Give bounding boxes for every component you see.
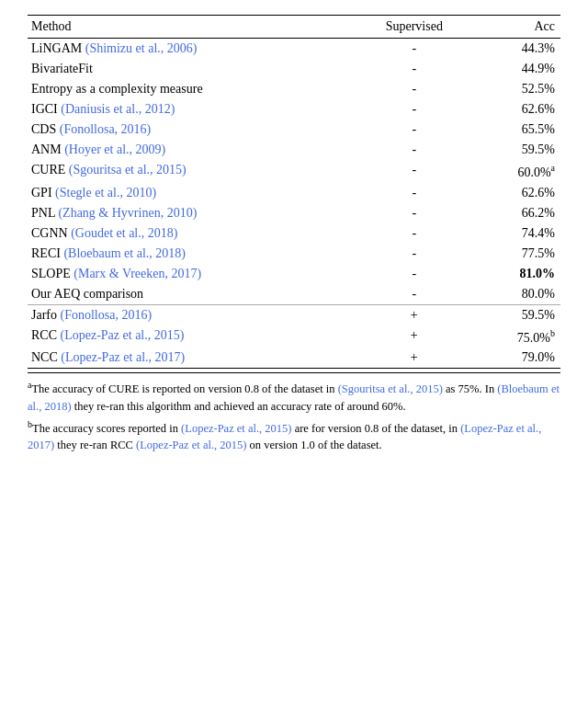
method-cell: LiNGAM (Shimizu et al., 2006) <box>28 39 355 60</box>
table-row: GPI (Stegle et al., 2010)-62.6% <box>28 183 560 203</box>
supervised-cell: - <box>355 59 475 79</box>
method-name: PNL <box>31 206 55 220</box>
acc-cell: 60.0%a <box>475 160 560 183</box>
method-name: CURE <box>31 163 65 177</box>
supervised-cell: - <box>355 79 475 99</box>
supervised-cell: + <box>355 325 475 348</box>
method-name: GPI <box>31 186 52 200</box>
supervised-cell: - <box>355 203 475 223</box>
method-ref: (Shimizu et al., 2006) <box>82 41 197 55</box>
results-table: Method Supervised Acc LiNGAM (Shimizu et… <box>28 15 560 369</box>
col-method: Method <box>28 16 355 39</box>
footnote: bThe accuracy scores reported in (Lopez-… <box>28 418 560 453</box>
method-ref: (Marx & Vreeken, 2017) <box>71 267 201 280</box>
table-header-row: Method Supervised Acc <box>28 16 560 39</box>
supervised-cell: - <box>355 160 475 183</box>
acc-cell: 44.3% <box>475 39 560 60</box>
footnote-link: (Lopez-Paz et al., 2015) <box>136 439 246 451</box>
method-name: Jarfo <box>31 308 57 322</box>
table-row: ANM (Hoyer et al., 2009)-59.5% <box>28 140 560 160</box>
table-row: Our AEQ comparison-80.0% <box>28 284 560 305</box>
col-acc: Acc <box>475 16 560 39</box>
method-ref: (Fonollosa, 2016) <box>57 308 152 322</box>
col-supervised: Supervised <box>355 16 475 39</box>
footnotes-section: aThe accuracy of CURE is reported on ver… <box>28 372 560 453</box>
supervised-cell: - <box>355 223 475 244</box>
method-cell: CURE (Sgouritsa et al., 2015) <box>28 160 355 183</box>
acc-cell: 59.5% <box>475 140 560 160</box>
method-cell: PNL (Zhang & Hyvrinen, 2010) <box>28 203 355 223</box>
table-row: CGNN (Goudet et al., 2018)-74.4% <box>28 223 560 244</box>
method-ref: (Sgouritsa et al., 2015) <box>65 163 186 177</box>
acc-cell: 52.5% <box>475 79 560 99</box>
method-name: RCC <box>31 328 57 342</box>
table-row: RCC (Lopez-Paz et al., 2015)+75.0%b <box>28 325 560 348</box>
acc-cell: 66.2% <box>475 203 560 223</box>
supervised-cell: - <box>355 264 475 284</box>
method-ref: (Lopez-Paz et al., 2015) <box>57 328 184 342</box>
method-cell: Entropy as a complexity measure <box>28 79 355 99</box>
acc-cell: 75.0%b <box>475 325 560 348</box>
supervised-cell: - <box>355 284 475 305</box>
method-name: ANM <box>31 143 62 156</box>
method-ref: (Fonollosa, 2016) <box>56 122 151 136</box>
method-cell: ANM (Hoyer et al., 2009) <box>28 140 355 160</box>
method-cell: RCC (Lopez-Paz et al., 2015) <box>28 325 355 348</box>
method-name: Our AEQ comparison <box>31 287 143 301</box>
method-name: CGNN <box>31 226 68 240</box>
acc-cell: 81.0% <box>475 264 560 284</box>
acc-cell: 62.6% <box>475 99 560 120</box>
acc-cell: 59.5% <box>475 304 560 325</box>
acc-cell: 65.5% <box>475 120 560 140</box>
acc-cell: 44.9% <box>475 59 560 79</box>
supervised-cell: + <box>355 304 475 325</box>
supervised-cell: - <box>355 183 475 203</box>
table-row: PNL (Zhang & Hyvrinen, 2010)-66.2% <box>28 203 560 223</box>
method-name: CDS <box>31 122 56 136</box>
table-row: Jarfo (Fonollosa, 2016)+59.5% <box>28 304 560 325</box>
table-row: BivariateFit-44.9% <box>28 59 560 79</box>
table-row: SLOPE (Marx & Vreeken, 2017)-81.0% <box>28 264 560 284</box>
method-cell: SLOPE (Marx & Vreeken, 2017) <box>28 264 355 284</box>
acc-cell: 79.0% <box>475 348 560 369</box>
method-name: BivariateFit <box>31 62 93 75</box>
table-row: NCC (Lopez-Paz et al., 2017)+79.0% <box>28 348 560 369</box>
method-name: NCC <box>31 350 58 364</box>
method-cell: BivariateFit <box>28 59 355 79</box>
supervised-cell: - <box>355 140 475 160</box>
method-name: Entropy as a complexity measure <box>31 82 203 96</box>
table-row: CURE (Sgouritsa et al., 2015)-60.0%a <box>28 160 560 183</box>
table-row: Entropy as a complexity measure-52.5% <box>28 79 560 99</box>
supervised-cell: + <box>355 348 475 369</box>
table-row: RECI (Bloebaum et al., 2018)-77.5% <box>28 244 560 264</box>
table-row: CDS (Fonollosa, 2016)-65.5% <box>28 120 560 140</box>
method-ref: (Bloebaum et al., 2018) <box>61 246 186 260</box>
method-ref: (Daniusis et al., 2012) <box>58 102 175 116</box>
supervised-cell: - <box>355 244 475 264</box>
supervised-cell: - <box>355 99 475 120</box>
acc-cell: 74.4% <box>475 223 560 244</box>
footnote-link: (Sgouritsa et al., 2015) <box>338 382 443 395</box>
method-cell: IGCI (Daniusis et al., 2012) <box>28 99 355 120</box>
method-ref: (Goudet et al., 2018) <box>68 226 178 240</box>
method-name: IGCI <box>31 102 58 116</box>
method-cell: NCC (Lopez-Paz et al., 2017) <box>28 348 355 369</box>
method-cell: RECI (Bloebaum et al., 2018) <box>28 244 355 264</box>
acc-cell: 62.6% <box>475 183 560 203</box>
method-cell: CDS (Fonollosa, 2016) <box>28 120 355 140</box>
footnote-link: (Bloebaum et al., 2018) <box>28 382 560 412</box>
acc-cell: 77.5% <box>475 244 560 264</box>
table-row: LiNGAM (Shimizu et al., 2006)-44.3% <box>28 39 560 60</box>
method-name: SLOPE <box>31 267 71 280</box>
method-name: LiNGAM <box>31 41 82 55</box>
supervised-cell: - <box>355 39 475 60</box>
method-name: RECI <box>31 246 61 260</box>
method-ref: (Hoyer et al., 2009) <box>62 143 166 156</box>
method-cell: Our AEQ comparison <box>28 284 355 305</box>
acc-cell: 80.0% <box>475 284 560 305</box>
method-ref: (Stegle et al., 2010) <box>52 186 157 200</box>
method-cell: GPI (Stegle et al., 2010) <box>28 183 355 203</box>
footnote: aThe accuracy of CURE is reported on ver… <box>28 379 560 414</box>
footnote-link: (Lopez-Paz et al., 2015) <box>181 422 291 435</box>
method-cell: CGNN (Goudet et al., 2018) <box>28 223 355 244</box>
